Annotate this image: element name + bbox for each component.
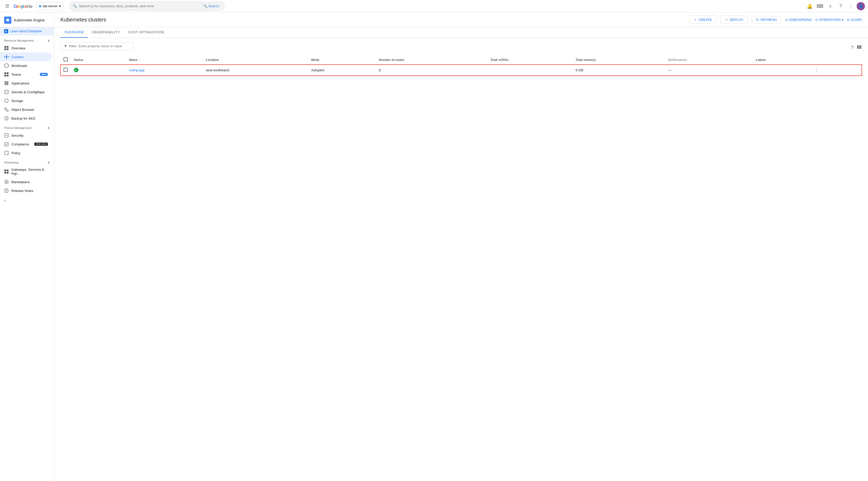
compliance-icon <box>4 142 9 147</box>
refresh-button[interactable]: ↻ REFRESH <box>752 16 781 24</box>
search-bar: 🔍 🔍 Search <box>69 2 224 11</box>
svg-point-12 <box>6 56 7 58</box>
notification-count-badge[interactable]: 3 <box>826 2 835 11</box>
release-notes-icon <box>4 188 9 193</box>
sidebar-item-storage-label: Storage <box>11 99 48 103</box>
select-all-checkbox[interactable] <box>64 57 68 62</box>
tabs: OVERVIEW OBSERVABILITY COST OPTIMIZATION <box>54 27 868 38</box>
more-vert-icon[interactable]: ⋮ <box>846 2 856 11</box>
svg-rect-8 <box>4 46 6 48</box>
project-dot <box>39 5 41 7</box>
row-more-actions-icon[interactable]: ⋮ <box>812 66 821 74</box>
refresh-icon: ↻ <box>756 18 759 22</box>
security-icon <box>4 133 9 138</box>
layout: Kubernetes Engine E Learn about Enterpri… <box>0 12 868 481</box>
create-button[interactable]: ＋ CREATE <box>689 15 716 24</box>
sidebar-item-overview[interactable]: Overview <box>0 44 52 53</box>
tab-observability[interactable]: OBSERVABILITY <box>88 27 124 38</box>
sidebar-item-teams[interactable]: Teams NEW <box>0 70 52 79</box>
filter-label: Filter <box>69 44 76 48</box>
svg-rect-27 <box>7 83 8 84</box>
storage-icon <box>4 98 9 103</box>
sidebar-item-security[interactable]: Security <box>0 131 52 140</box>
onboarding-link[interactable]: ⊙ ONBOARDING <box>785 18 812 22</box>
backup-icon <box>4 116 9 121</box>
collapse-resource-btn[interactable]: ∧ <box>47 38 50 43</box>
policy-icon <box>4 151 9 155</box>
status-green-icon: ✓ <box>74 68 79 72</box>
collapse-networking-btn[interactable]: ∧ <box>47 160 50 165</box>
sidebar-item-clusters[interactable]: Clusters <box>0 53 52 61</box>
select-all-checkbox-header[interactable] <box>60 55 71 65</box>
sidebar-item-compliance[interactable]: Compliance PREVIEW <box>0 140 52 149</box>
sidebar-item-storage[interactable]: Storage <box>0 96 52 105</box>
page-title: Kubernetes clusters <box>60 17 685 23</box>
tab-cost-optimization[interactable]: COST OPTIMIZATION <box>124 27 168 38</box>
sidebar-item-gateways[interactable]: Gateways, Services & Ingr... <box>0 166 52 178</box>
svg-rect-29 <box>6 84 7 85</box>
enterprise-e-badge: E <box>4 29 8 33</box>
filter-bar: ⧩ Filter <box>60 42 133 50</box>
sidebar-item-release-notes[interactable]: Release Notes <box>0 186 52 195</box>
tab-overview[interactable]: OVERVIEW <box>60 27 88 38</box>
svg-text:Cloud: Cloud <box>27 4 33 8</box>
row-checkbox[interactable] <box>64 68 68 72</box>
collapse-sidebar-icon: ‹ <box>4 198 5 203</box>
sidebar-item-object-browser[interactable]: Object Browser <box>0 105 52 114</box>
overview-icon <box>4 46 9 51</box>
sidebar-item-applications[interactable]: Applications <box>0 79 52 88</box>
sidebar-item-policy-label: Policy <box>11 151 48 155</box>
sidebar-collapse-btn[interactable]: ‹ <box>0 195 52 205</box>
col-memory: Total memory <box>572 55 665 65</box>
project-selector[interactable]: lab-server ▾ <box>37 2 63 10</box>
create-plus-icon: ＋ <box>693 17 697 22</box>
row-memory-cell: 0 GB <box>572 65 665 76</box>
sidebar-item-workloads[interactable]: Workloads <box>0 61 52 70</box>
svg-rect-10 <box>4 48 6 50</box>
row-location-cell: asia-southeast1 <box>203 65 308 76</box>
collapse-posture-btn[interactable]: ∧ <box>47 126 50 130</box>
svg-marker-7 <box>6 18 10 22</box>
svg-text:e: e <box>25 4 27 8</box>
columns-toggle-icon[interactable] <box>857 44 862 51</box>
filter-icon: ⧩ <box>64 44 67 48</box>
col-vcpus: Total vCPUs <box>487 55 572 65</box>
filter-input[interactable] <box>79 44 130 48</box>
notifications-icon[interactable]: 🔔 <box>805 2 814 11</box>
cloud-shell-icon[interactable]: ⌨ <box>815 2 825 11</box>
row-labels-cell <box>753 65 809 76</box>
row-actions-cell[interactable]: ⋮ <box>809 65 862 76</box>
enterprise-banner[interactable]: E Learn about Enterprise <box>0 27 54 35</box>
learn-link[interactable]: ⊙ LEARN <box>847 18 862 22</box>
learn-icon: ⊙ <box>847 18 850 22</box>
svg-rect-56 <box>860 45 861 49</box>
hamburger-menu[interactable]: ☰ <box>3 1 11 11</box>
cluster-name-link[interactable]: voting-app <box>129 68 145 72</box>
secrets-icon <box>4 90 9 94</box>
deploy-button[interactable]: ＋ DEPLOY <box>720 15 748 24</box>
sidebar-item-backup[interactable]: Backup for GKE <box>0 114 52 123</box>
row-checkbox-cell[interactable] <box>60 65 71 76</box>
top-nav: ☰ G o o g l e Cloud lab-server ▾ 🔍 🔍 Sea… <box>0 0 868 12</box>
section-posture-management: Posture Management ∧ <box>0 123 54 131</box>
svg-rect-43 <box>4 169 6 171</box>
search-input[interactable] <box>79 4 199 8</box>
sidebar-item-secrets[interactable]: Secrets & ConfigMaps <box>0 88 52 96</box>
svg-point-15 <box>4 56 5 57</box>
search-button[interactable]: 🔍 Search <box>201 3 221 9</box>
sidebar-item-marketplace[interactable]: Marketplace <box>0 178 52 186</box>
col-name[interactable]: Name ↑ <box>126 55 203 65</box>
sidebar-item-workloads-label: Workloads <box>11 64 48 68</box>
section-networking: Networking ∧ <box>0 157 54 166</box>
operations-link[interactable]: ⊙ OPERATIONS ▾ <box>815 18 843 22</box>
sidebar-item-policy[interactable]: Policy <box>0 149 52 157</box>
svg-rect-28 <box>5 84 6 85</box>
svg-text:l: l <box>23 4 24 8</box>
table-help-icon[interactable]: ? <box>851 45 854 51</box>
table-area: ⧩ Filter ? <box>54 38 868 80</box>
help-icon[interactable]: ? <box>836 2 845 11</box>
user-avatar[interactable]: 👤 <box>857 2 865 10</box>
svg-rect-35 <box>7 110 8 111</box>
sidebar-item-secrets-label: Secrets & ConfigMaps <box>11 90 48 94</box>
google-cloud-logo[interactable]: G o o g l e Cloud <box>13 3 33 9</box>
